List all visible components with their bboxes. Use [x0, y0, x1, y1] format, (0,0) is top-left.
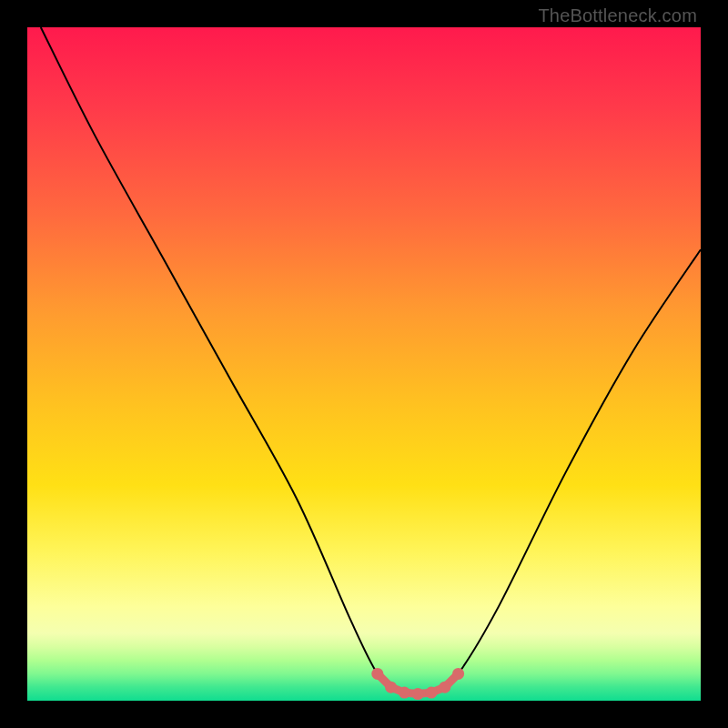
curve-svg: [27, 27, 701, 701]
valley-dot: [385, 682, 397, 693]
valley-dot: [371, 668, 383, 680]
plot-area: [27, 27, 701, 701]
valley-dot: [426, 687, 438, 699]
valley-markers: [371, 668, 464, 700]
bottleneck-curve: [41, 27, 701, 694]
bottleneck-curve-path: [41, 27, 701, 694]
valley-dot: [412, 688, 424, 700]
valley-dot: [452, 668, 464, 680]
watermark-text: TheBottleneck.com: [538, 5, 697, 26]
chart-frame: TheBottleneck.com: [0, 0, 728, 728]
valley-dot: [439, 682, 450, 693]
valley-dot: [399, 687, 410, 699]
